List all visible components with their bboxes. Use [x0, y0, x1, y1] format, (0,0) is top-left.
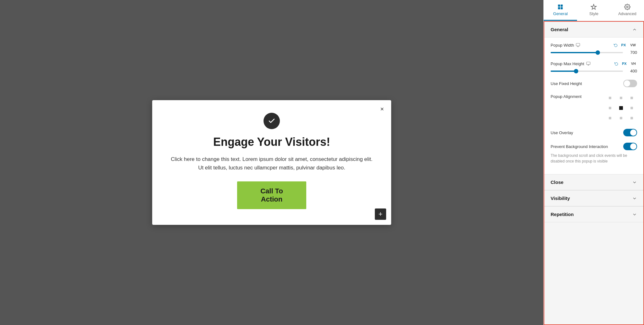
reset-icon-2	[614, 62, 618, 66]
align-middle-left[interactable]	[606, 104, 614, 112]
popup-max-height-units: PX VH	[614, 61, 637, 66]
popup-max-height-slider-thumb[interactable]	[574, 69, 578, 73]
monitor-icon	[576, 43, 580, 47]
popup-width-slider[interactable]	[551, 52, 623, 53]
tab-style[interactable]: Style	[577, 0, 610, 21]
use-fixed-height-label: Use Fixed Height	[551, 81, 582, 86]
prevent-bg-help: The background scroll and click events w…	[551, 153, 637, 164]
popup-title: Engage Your Visitors!	[168, 135, 375, 149]
align-middle-center[interactable]	[617, 104, 625, 112]
popup-body: Click here to change this text. Lorem ip…	[168, 155, 375, 172]
use-overlay-toggle[interactable]	[623, 129, 637, 136]
visibility-section-title: Visibility	[551, 196, 570, 201]
monitor-icon-2	[586, 61, 591, 66]
popup-max-height-slider[interactable]	[551, 71, 623, 72]
panel-content: General Popup Width	[544, 21, 644, 325]
general-section-header[interactable]: General	[544, 22, 643, 37]
popup-modal: × Engage Your Visitors! Click here to ch…	[152, 100, 391, 225]
align-middle-right[interactable]	[627, 104, 636, 112]
close-chevron-down-icon	[632, 180, 637, 185]
close-section-header[interactable]: Close	[544, 174, 643, 190]
align-top-left[interactable]	[606, 94, 614, 102]
popup-max-height-vh-btn[interactable]: VH	[630, 61, 637, 66]
popup-max-height-label: Popup Max Height	[551, 61, 591, 66]
popup-width-row: Popup Width	[551, 43, 637, 55]
prevent-bg-label: Prevent Background Interaction	[551, 144, 608, 149]
popup-width-slider-thumb[interactable]	[596, 50, 600, 55]
svg-rect-8	[586, 62, 590, 65]
align-bottom-left[interactable]	[606, 114, 614, 123]
panel-tabs: General Style Advanced	[544, 0, 644, 21]
use-overlay-knob	[630, 129, 636, 136]
popup-width-vw-btn[interactable]: VW	[629, 43, 637, 48]
svg-rect-3	[561, 7, 563, 9]
popup-width-value: 700	[626, 50, 637, 55]
repetition-section-header[interactable]: Repetition	[544, 207, 643, 222]
popup-alignment-label: Popup Alignment	[551, 94, 581, 99]
popup-max-height-value: 400	[626, 69, 637, 73]
right-panel: General Style Advanced General	[543, 0, 644, 325]
use-overlay-row: Use Overlay	[551, 129, 637, 136]
visibility-chevron-down-icon	[632, 196, 637, 201]
use-fixed-height-row: Use Fixed Height	[551, 80, 637, 87]
general-chevron-up-icon	[632, 27, 637, 32]
popup-max-height-row: Popup Max Height	[551, 61, 637, 73]
popup-width-label: Popup Width	[551, 43, 580, 48]
canvas-area: × Engage Your Visitors! Click here to ch…	[0, 0, 543, 325]
popup-close-button[interactable]: ×	[377, 105, 387, 114]
popup-width-slider-fill	[551, 52, 598, 53]
popup-width-px-btn[interactable]: PX	[620, 43, 627, 48]
popup-max-height-slider-row: 400	[551, 69, 637, 73]
popup-add-button[interactable]: +	[375, 208, 386, 220]
tab-advanced[interactable]: Advanced	[611, 0, 644, 21]
repetition-section: Repetition	[544, 206, 643, 222]
repetition-chevron-down-icon	[632, 212, 637, 217]
popup-cta-button[interactable]: Call To Action	[237, 181, 306, 209]
popup-icon-area	[168, 113, 375, 129]
prevent-bg-knob	[630, 143, 636, 150]
close-section: Close	[544, 174, 643, 190]
popup-max-height-slider-fill	[551, 71, 576, 72]
use-fixed-height-toggle[interactable]	[623, 80, 637, 87]
popup-alignment-section: Popup Alignment	[551, 94, 637, 123]
popup-max-height-reset[interactable]	[614, 61, 619, 66]
popup-check-icon	[264, 113, 280, 129]
general-section-title: General	[551, 27, 568, 32]
tab-general[interactable]: General	[544, 0, 577, 21]
repetition-section-title: Repetition	[551, 212, 574, 217]
svg-rect-1	[561, 5, 563, 7]
use-fixed-height-knob	[624, 80, 630, 87]
use-overlay-label: Use Overlay	[551, 130, 573, 135]
svg-rect-0	[558, 5, 560, 7]
align-top-right[interactable]	[627, 94, 636, 102]
general-section-body: Popup Width	[544, 37, 643, 174]
close-section-title: Close	[551, 180, 564, 185]
prevent-bg-toggle[interactable]	[623, 143, 637, 150]
svg-rect-2	[558, 7, 560, 9]
svg-rect-5	[576, 43, 580, 46]
prevent-bg-row: Prevent Background Interaction	[551, 143, 637, 150]
visibility-section-header[interactable]: Visibility	[544, 191, 643, 206]
align-top-center[interactable]	[617, 94, 625, 102]
popup-max-height-px-btn[interactable]: PX	[621, 61, 628, 66]
reset-icon	[614, 43, 618, 47]
alignment-grid	[606, 94, 637, 123]
svg-point-4	[626, 6, 628, 8]
popup-width-slider-row: 700	[551, 50, 637, 55]
popup-width-reset[interactable]	[613, 43, 618, 48]
popup-width-units: PX VW	[613, 43, 637, 48]
align-bottom-right[interactable]	[627, 114, 636, 123]
visibility-section: Visibility	[544, 190, 643, 206]
align-bottom-center[interactable]	[617, 114, 625, 123]
